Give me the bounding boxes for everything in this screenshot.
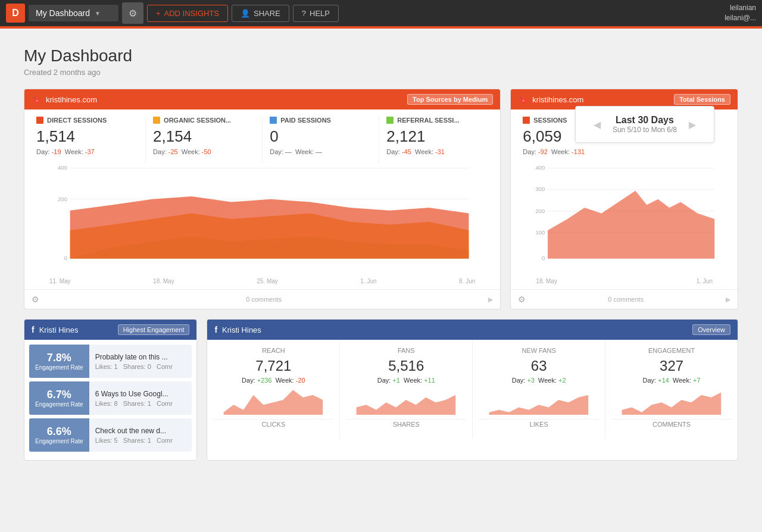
svg-text:100: 100 (536, 229, 545, 236)
bottom-widgets-row: f Kristi Hines Highest Engagement 7.8% E… (24, 319, 738, 461)
sessions-widget: 🔖 kristihines.com Top Sources by Medium … (24, 89, 501, 309)
prev-date-arrow[interactable]: ◀ (594, 119, 601, 130)
fb-overview-source: Kristi Hines (222, 326, 261, 334)
svg-text:0: 0 (64, 255, 67, 261)
svg-text:200: 200 (536, 208, 545, 214)
fire-icon: 🔖 (32, 95, 41, 104)
fans-metric: FANS 5,516 Day: +1 Week: +11 SHARES (340, 340, 473, 439)
sessions-settings-icon[interactable]: ⚙ (32, 295, 39, 304)
total-sessions-comments: 0 comments (608, 296, 644, 303)
share-icon: 👤 (241, 9, 250, 18)
sessions-metrics: DIRECT SESSIONS 1,514 Day: -19 Week: -37… (24, 109, 500, 162)
paid-changes: Day: — Week: — (270, 148, 371, 155)
referral-value: 2,121 (386, 127, 488, 146)
comment-arrow-icon: ▶ (488, 296, 493, 303)
total-sessions-settings-icon[interactable]: ⚙ (518, 295, 526, 304)
svg-marker-22 (357, 395, 456, 415)
list-item: 6.6% Engagement Rate Check out the new d… (29, 418, 192, 452)
help-icon: ? (302, 9, 306, 18)
svg-text:0: 0 (542, 255, 545, 261)
plus-icon: + (156, 9, 161, 18)
engagement-metric: ENGAGEMENT 327 Day: +14 Week: +7 COMMENT… (605, 340, 738, 439)
svg-marker-24 (622, 393, 722, 415)
list-item: 7.8% Engagement Rate Probably late on th… (29, 345, 192, 378)
sessions-header-left: 🔖 kristihines.com (32, 95, 97, 104)
list-item: 6.7% Engagement Rate 6 Ways to Use Googl… (29, 381, 192, 415)
facebook-icon2: f (214, 325, 217, 334)
user-name: leilanian (724, 3, 756, 13)
direct-color (36, 117, 43, 124)
sessions-badge: Top Sources by Medium (407, 94, 493, 105)
add-insights-button[interactable]: + ADD INSIGHTS (147, 5, 228, 22)
svg-text:200: 200 (58, 196, 67, 202)
date-range-text: Last 30 Days Sun 5/10 to Mon 6/8 (613, 115, 677, 134)
page-header: My Dashboard Created 2 months ago ◀ Last… (24, 46, 738, 77)
sessions-widget-header: 🔖 kristihines.com Top Sources by Medium (24, 89, 500, 109)
date-range-sub: Sun 5/10 to Mon 6/8 (613, 126, 677, 134)
fb-overview-header: f Kristi Hines Overview (207, 320, 738, 340)
direct-value: 1,514 (36, 127, 138, 146)
total-comment-arrow-icon: ▶ (726, 296, 730, 303)
fb-engagement-header-left: f Kristi Hines (32, 325, 78, 334)
app-logo: D (6, 4, 25, 23)
direct-sessions-metric: DIRECT SESSIONS 1,514 Day: -19 Week: -37 (29, 117, 146, 162)
share-button[interactable]: 👤 SHARE (232, 5, 289, 22)
organic-color (153, 117, 160, 124)
organic-changes: Day: -25 Week: -50 (153, 148, 255, 155)
next-date-arrow[interactable]: ▶ (689, 119, 696, 130)
svg-marker-9 (70, 196, 469, 259)
sessions-xaxis: 11. May 18. May 25. May 1. Jun 8. Jun (32, 276, 493, 284)
reach-mini-chart (213, 384, 333, 417)
settings-button[interactable]: ⚙ (122, 2, 143, 24)
fb-overview-widget: f Kristi Hines Overview REACH 7,721 Day:… (207, 319, 738, 461)
paid-value: 0 (270, 127, 371, 146)
reach-metric: REACH 7,721 Day: +236 Week: -20 CLICKS (207, 340, 340, 439)
facebook-icon: f (32, 325, 35, 334)
total-sessions-chart: 400 300 200 100 0 18. May 1. Jun (511, 162, 738, 289)
svg-text:400: 400 (536, 164, 545, 171)
user-info: leilanian leilani@... (724, 3, 756, 23)
date-range-picker: ◀ Last 30 Days Sun 5/10 to Mon 6/8 ▶ (575, 106, 714, 143)
fb-item-content-2: 6 Ways to Use Googl... Likes: 8 Shares: … (95, 387, 192, 409)
fb-rate-1: 7.8% Engagement Rate (29, 345, 89, 378)
svg-marker-20 (548, 191, 714, 259)
referral-sessions-metric: REFERRAL SESSI... 2,121 Day: -45 Week: -… (379, 117, 495, 162)
svg-marker-23 (489, 395, 589, 415)
fb-engagement-widget: f Kristi Hines Highest Engagement 7.8% E… (24, 319, 197, 461)
chevron-down-icon: ▼ (95, 10, 101, 17)
page-subtitle: Created 2 months ago (24, 68, 738, 77)
svg-text:300: 300 (536, 186, 545, 192)
dashboard-selector[interactable]: My Dashboard ▼ (29, 5, 118, 21)
help-button[interactable]: ? HELP (293, 5, 339, 22)
fb-engagement-header: f Kristi Hines Highest Engagement (24, 320, 196, 340)
svg-marker-21 (224, 390, 323, 415)
fans-mini-chart (346, 384, 466, 417)
total-sessions-source: kristihines.com (532, 95, 583, 104)
organic-sessions-metric: ORGANIC SESSION... 2,154 Day: -25 Week: … (146, 117, 263, 162)
fb-engagement-badge: Highest Engagement (118, 324, 190, 335)
dashboard-name: My Dashboard (36, 8, 90, 18)
direct-changes: Day: -19 Week: -37 (36, 148, 138, 155)
sessions-comments: 0 comments (246, 296, 282, 303)
fb-overview-badge: Overview (692, 324, 730, 335)
fb-rate-2: 6.7% Engagement Rate (29, 381, 89, 415)
engagement-mini-chart (611, 384, 732, 417)
svg-text:400: 400 (58, 164, 67, 171)
sessions-chart: 400 200 0 11. May 18. May 25. May 1. Jun… (24, 162, 500, 289)
organic-value: 2,154 (153, 127, 255, 146)
total-sessions-badge: Total Sessions (674, 94, 730, 105)
sessions-chart-svg: 400 200 0 (32, 162, 493, 276)
user-email: leilani@... (724, 13, 756, 23)
date-range-label: Last 30 Days (613, 115, 677, 126)
paid-color (270, 117, 277, 124)
referral-changes: Day: -45 Week: -31 (386, 148, 488, 155)
total-sessions-header-left: 🔖 kristihines.com (518, 95, 583, 104)
referral-color (386, 117, 394, 124)
fb-overview-metrics: REACH 7,721 Day: +236 Week: -20 CLICKS F… (207, 340, 738, 439)
new-fans-metric: NEW FANS 63 Day: +3 Week: +2 LIKES (473, 340, 605, 439)
total-sessions-xaxis: 18. May 1. Jun (518, 276, 730, 284)
sessions-dot (523, 117, 530, 124)
fb-item-content-1: Probably late on this ... Likes: 1 Share… (95, 351, 192, 373)
fb-overview-header-left: f Kristi Hines (214, 325, 261, 334)
page-title: My Dashboard (24, 46, 738, 65)
